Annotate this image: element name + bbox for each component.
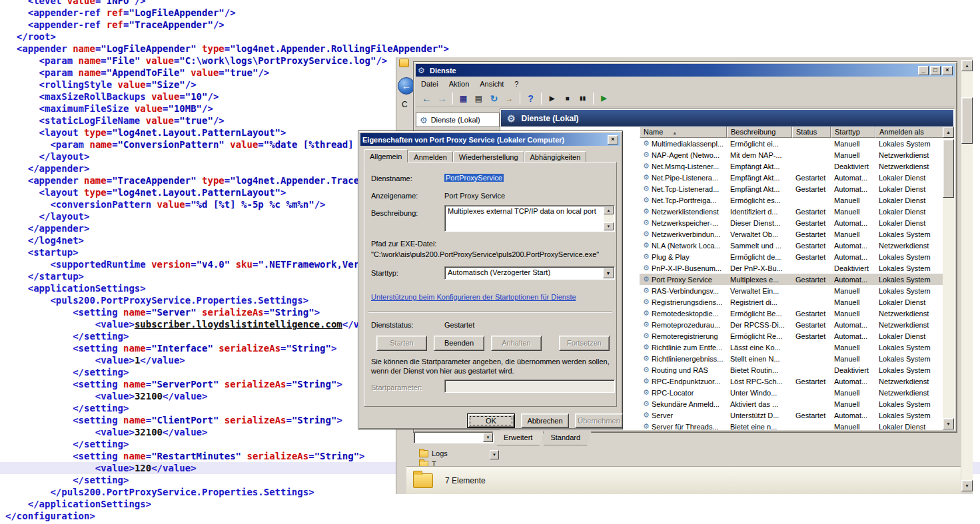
cell-name: ⚙Plug & Play [640, 251, 727, 262]
menu-datei[interactable]: Datei [416, 79, 444, 89]
help-icon[interactable]: ? [524, 91, 538, 105]
service-row[interactable]: ⚙Netzwerkspeicher-...Dieser Dienst...Ges… [640, 217, 943, 228]
startoptionen-link[interactable]: Unterstützung beim Konfigurieren der Sta… [371, 293, 576, 301]
tab-standard[interactable]: Standard [539, 431, 592, 445]
show-console-tree-icon[interactable]: ▦ [456, 91, 470, 105]
menu-ansicht[interactable]: Ansicht [474, 79, 509, 89]
chevron-down-icon[interactable]: ▼ [483, 433, 493, 442]
service-row[interactable]: ⚙Net.Pipe-Listenera...Empfängt Akt...Ges… [640, 172, 943, 183]
anhalten-button[interactable]: Anhalten [491, 336, 542, 351]
beenden-button[interactable]: Beenden [434, 336, 484, 351]
column-header-starttyp[interactable]: Starttyp [831, 127, 875, 138]
chevron-down-icon[interactable]: ▼ [603, 268, 614, 278]
scroll-down-icon[interactable]: ▼ [604, 222, 614, 230]
abbrechen-button[interactable]: Abbrechen [521, 413, 569, 428]
scroll-up-icon[interactable]: ▲ [604, 206, 614, 214]
service-row[interactable]: ⚙Net.Msmq-Listener...Empfängt Akt...Deak… [640, 160, 943, 172]
scroll-thumb[interactable] [943, 139, 954, 198]
properties-icon[interactable]: ▤ [472, 91, 486, 105]
service-row[interactable]: ⚙RPC-LocatorUnter Windo...ManuellNetzwer… [640, 387, 943, 398]
service-row[interactable]: ⚙Server für Threads...Bietet eine n...Ma… [640, 421, 943, 429]
pause-service-icon[interactable]: ▮▮ [576, 91, 590, 105]
close-button[interactable]: × [608, 135, 618, 144]
column-header-anmelden-als[interactable]: Anmelden als [875, 127, 943, 138]
service-row[interactable]: ⚙Sekundäre Anmeld...Aktiviert das ...Man… [640, 398, 943, 409]
cell-anmelden-als: Lokaler Dienst [875, 217, 943, 228]
service-row[interactable]: ⚙Port Proxy ServiceMultiplexes e...Gesta… [640, 274, 943, 285]
scroll-down-icon[interactable]: ▼ [943, 418, 954, 429]
service-row[interactable]: ⚙Netzwerkverbindun...Verwaltet Ob...Gest… [640, 228, 943, 240]
tree-root-dienste[interactable]: ⚙ Dienste (Lokal) [416, 113, 500, 127]
startparameter-input[interactable] [444, 380, 615, 393]
service-row[interactable]: ⚙RAS-Verbindungsv...Verwaltet Ein...Manu… [640, 285, 943, 296]
start-service-icon[interactable]: ▶ [545, 91, 559, 105]
column-header-name[interactable]: Name▲ [640, 127, 727, 138]
cell-starttyp: Manuell [831, 149, 875, 160]
dialog-title-bar[interactable]: Eigenschaften von Port Proxy Service (Lo… [360, 133, 620, 146]
toolbar-separator [541, 93, 542, 105]
explorer-scrollbar[interactable]: ▲ ▼ [961, 60, 973, 491]
close-button[interactable]: × [942, 66, 953, 75]
pane-banner: ⚙ Dienste (Lokal) [501, 110, 953, 127]
menu-aktion[interactable]: Aktion [444, 79, 475, 89]
forward-icon[interactable]: → [435, 91, 449, 105]
tab-allgemein[interactable]: Allgemein [364, 149, 408, 162]
cell-anmelden-als: Netzwerkdienst [875, 160, 943, 172]
dienstname-value[interactable]: PortProxyService [444, 174, 504, 182]
service-row[interactable]: ⚙Plug & PlayErmöglicht de...GestartetAut… [640, 251, 943, 262]
maximize-button[interactable]: □ [930, 66, 941, 75]
service-row[interactable]: ⚙Richtlinienergebniss...Stellt einen N..… [640, 353, 943, 364]
service-row[interactable]: ⚙RemoteregistrierungErmöglicht Re...Gest… [640, 330, 943, 342]
title-bar[interactable]: ⚙ Dienste _ □ × [416, 64, 955, 77]
services-scrollbar[interactable]: ▲ ▼ [943, 127, 954, 429]
scroll-up-icon[interactable]: ▲ [943, 127, 954, 138]
service-row[interactable]: ⚙Net.Tcp-Portfreiga...Ermöglicht es...Ma… [640, 194, 943, 206]
dropdown-button[interactable]: ▼ [490, 450, 499, 459]
service-row[interactable]: ⚙RPC-Endpunktzuor...Löst RPC-Sch...Gesta… [640, 376, 943, 387]
scroll-down-icon[interactable]: ▼ [961, 480, 973, 491]
tab-wiederherstellung[interactable]: Wiederherstellung [453, 151, 524, 162]
stop-service-icon[interactable]: ■ [560, 91, 574, 105]
tab-anmelden[interactable]: Anmelden [408, 151, 453, 162]
minimize-button[interactable]: _ [918, 66, 929, 75]
service-row[interactable]: ⚙Net.Tcp-Listenerad...Empfängt Akt...Ges… [640, 183, 943, 194]
folder-icon [413, 473, 433, 488]
scroll-up-icon[interactable]: ▲ [961, 60, 973, 71]
sort-arrow-icon: ▲ [672, 131, 677, 135]
menu-help[interactable]: ? [509, 79, 524, 89]
service-row[interactable]: ⚙Registrierungsdiens...Registriert di...… [640, 296, 943, 308]
service-row[interactable]: ⚙Richtlinie zum Entfe...Lässt eine Ko...… [640, 342, 943, 353]
scroll-thumb[interactable] [961, 97, 973, 144]
beschreibung-field[interactable]: Multiplexes external TCP/IP data on loca… [444, 205, 615, 232]
service-row[interactable]: ⚙ServerUnterstützt D...GestartetAutomat.… [640, 409, 943, 421]
list-header: Name▲BeschreibungStatusStarttypAnmelden … [640, 127, 943, 138]
service-row[interactable]: ⚙Multimediaklassenpl...Ermöglicht ei...M… [640, 138, 943, 149]
service-gear-icon: ⚙ [643, 320, 650, 329]
fortsetzen-button[interactable]: Fortsetzen [559, 336, 610, 351]
tab-abhaengigkeiten[interactable]: Abhängigkeiten [524, 151, 587, 162]
cell-anmelden-als: Lokales System [875, 251, 943, 262]
service-row[interactable]: ⚙Routing und RASBietet Routin...Deaktivi… [640, 364, 943, 376]
column-header-status[interactable]: Status [792, 127, 831, 138]
starten-button[interactable]: Starten [376, 336, 427, 351]
übernehmen-button[interactable]: Übernehmen [575, 413, 623, 428]
service-row[interactable]: ⚙Remoteprozedurau...Der RPCSS-Di...Gesta… [640, 319, 943, 330]
beschreibung-scrollbar[interactable]: ▲ ▼ [604, 206, 614, 230]
export-list-icon[interactable]: → [502, 91, 516, 105]
starttyp-combobox[interactable]: Automatisch (Verzögerter Start) ▼ [444, 266, 615, 280]
ok-button[interactable]: OK [467, 413, 515, 428]
service-row[interactable]: ⚙NLA (Network Loca...Sammelt und ...Gest… [640, 240, 943, 251]
back-icon[interactable]: ← [420, 91, 434, 105]
service-row[interactable]: ⚙NetzwerklistendienstIdentifiziert d...G… [640, 206, 943, 217]
refresh-icon[interactable]: ↻ [487, 91, 501, 105]
cell-anmelden-als: Lokales System [875, 285, 943, 296]
tab-erweitert[interactable]: Erweitert [492, 431, 544, 445]
service-row[interactable]: ⚙PnP-X-IP-Busenum...Der PnP-X-Bu...Deakt… [640, 262, 943, 274]
filename-combobox[interactable]: ▼ [414, 431, 494, 443]
tree-item-logs[interactable]: Logs [419, 449, 448, 458]
column-header-beschreibung[interactable]: Beschreibung [727, 127, 792, 138]
restart-service-icon[interactable]: ▶ [597, 91, 611, 105]
service-gear-icon: ⚙ [643, 399, 650, 408]
service-row[interactable]: ⚙Remotedesktopdie...Ermöglicht Be...Gest… [640, 308, 943, 319]
service-row[interactable]: ⚙NAP-Agent (Netwo...Mit dem NAP-...Manue… [640, 149, 943, 160]
